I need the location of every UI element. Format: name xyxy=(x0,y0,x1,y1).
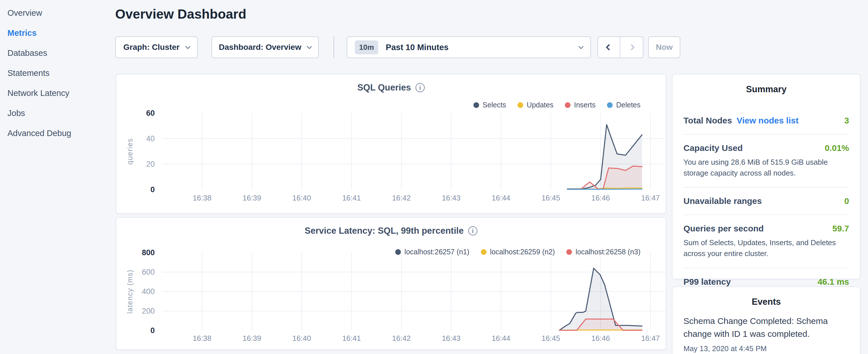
legend-dot-icon xyxy=(481,249,487,255)
summary-row-label: Queries per second xyxy=(683,224,764,233)
event-timestamp: May 13, 2020 at 4:45 PM xyxy=(683,344,849,353)
y-tick-label: 200 xyxy=(142,307,155,315)
x-tick-label: 16:46 xyxy=(591,334,610,343)
x-tick-label: 16:38 xyxy=(193,334,212,343)
service-latency-chart-card: 16:3816:3916:4016:4116:4216:4316:4416:45… xyxy=(116,217,666,350)
summary-row-total-nodes: Total Nodes View nodes list 3 xyxy=(683,107,849,135)
x-tick-label: 16:41 xyxy=(342,194,361,202)
time-step-back-button[interactable] xyxy=(598,37,620,58)
legend-label: localhost:26259 (n2) xyxy=(490,248,555,256)
y-tick-label: 20 xyxy=(146,160,155,168)
legend-item: Deletes xyxy=(607,101,641,109)
x-tick-label: 16:42 xyxy=(392,194,411,202)
series-line xyxy=(567,189,642,189)
legend-item: Inserts xyxy=(565,101,595,109)
sidebar: Overview Metrics Databases Statements Ne… xyxy=(0,0,112,354)
graph-dropdown[interactable]: Graph: Cluster xyxy=(115,36,198,58)
summary-row-capacity-used: Capacity Used 0.01% You are using 28.6 M… xyxy=(683,135,849,188)
legend-item: Updates xyxy=(518,101,553,109)
time-range-badge: 10m xyxy=(355,40,378,55)
legend-dot-icon xyxy=(607,102,613,108)
y-tick-label: 60 xyxy=(146,109,155,118)
y-tick-label: 400 xyxy=(142,287,155,296)
sidebar-item-advanced-debug[interactable]: Advanced Debug xyxy=(0,123,112,143)
legend-item: localhost:26259 (n2) xyxy=(481,248,555,256)
legend-label: localhost:26257 (n1) xyxy=(404,248,469,256)
sidebar-item-statements[interactable]: Statements xyxy=(0,63,112,83)
chart-legend: SelectsUpdatesInsertsDeletes xyxy=(473,101,641,109)
x-tick-label: 16:40 xyxy=(292,334,311,343)
legend-dot-icon xyxy=(473,102,479,108)
now-button[interactable]: Now xyxy=(648,36,680,58)
sql-queries-chart[interactable]: 16:3816:3916:4016:4116:4216:4316:4416:45… xyxy=(116,74,667,214)
chart-title: Service Latency: SQL, 99th percentile xyxy=(305,226,464,236)
time-step-forward-button[interactable] xyxy=(620,37,643,58)
events-panel: Events Schema Change Completed: Schema c… xyxy=(672,286,861,354)
sidebar-item-overview[interactable]: Overview xyxy=(0,3,112,23)
chevron-down-icon xyxy=(307,44,312,49)
app-root: Overview Metrics Databases Statements Ne… xyxy=(0,0,868,354)
dashboard-dropdown[interactable]: Dashboard: Overview xyxy=(212,36,319,58)
legend-item: Selects xyxy=(473,101,506,109)
view-nodes-list-link[interactable]: View nodes list xyxy=(737,116,798,125)
time-range-selector[interactable]: 10m Past 10 Minutes xyxy=(347,36,591,58)
summary-row-value: 46.1 ms xyxy=(817,277,849,287)
y-tick-label: 40 xyxy=(146,134,155,143)
x-tick-label: 16:46 xyxy=(591,194,610,202)
x-tick-label: 16:39 xyxy=(242,334,261,343)
x-tick-label: 16:39 xyxy=(242,194,261,202)
summary-row-label: P99 latency xyxy=(683,277,731,287)
sql-queries-chart-card: 16:3816:3916:4016:4116:4216:4316:4416:45… xyxy=(116,74,666,214)
sidebar-item-network-latency[interactable]: Network Latency xyxy=(0,83,112,103)
y-axis-label: latency (ms) xyxy=(126,269,134,314)
time-step-buttons xyxy=(597,36,643,58)
legend-label: Updates xyxy=(527,101,553,109)
event-text: Schema Change Completed: Schema change w… xyxy=(683,315,849,340)
legend-dot-icon xyxy=(518,102,523,108)
sidebar-item-jobs[interactable]: Jobs xyxy=(0,103,112,123)
summary-row-label: Unavailable ranges xyxy=(683,196,762,206)
chart-title: SQL Queries xyxy=(358,83,411,93)
legend-item: localhost:26257 (n1) xyxy=(395,248,469,256)
x-tick-label: 16:41 xyxy=(342,334,361,343)
event-item[interactable]: Schema Change Completed: Schema change w… xyxy=(673,307,860,353)
summary-row-description: You are using 28.6 MiB of 515.9 GiB usab… xyxy=(683,157,849,179)
x-tick-label: 16:43 xyxy=(442,334,461,343)
x-tick-label: 16:47 xyxy=(641,194,660,202)
service-latency-chart[interactable]: 16:3816:3916:4016:4116:4216:4316:4416:45… xyxy=(116,218,667,351)
x-tick-label: 16:44 xyxy=(492,334,510,343)
summary-row-unavailable-ranges: Unavailable ranges 0 xyxy=(683,188,849,215)
legend-label: localhost:26258 (n3) xyxy=(576,248,641,256)
x-tick-label: 16:47 xyxy=(641,334,660,343)
chevron-right-icon xyxy=(628,44,635,51)
info-icon[interactable]: i xyxy=(468,226,477,235)
summary-row-value: 59.7 xyxy=(833,224,849,233)
y-tick-label: 0 xyxy=(150,185,155,194)
legend-label: Selects xyxy=(483,101,506,109)
chevron-left-icon xyxy=(606,44,612,51)
summary-rows: Total Nodes View nodes list 3 Capacity U… xyxy=(673,95,860,295)
events-title: Events xyxy=(673,287,860,307)
info-icon[interactable]: i xyxy=(415,83,425,92)
legend-dot-icon xyxy=(395,249,401,255)
time-range-label: Past 10 Minutes xyxy=(386,43,572,52)
x-tick-label: 16:38 xyxy=(193,194,212,202)
summary-row-queries-per-second: Queries per second 59.7 Sum of Selects, … xyxy=(683,215,849,268)
chevron-down-icon xyxy=(578,44,584,49)
legend-dot-icon xyxy=(565,102,570,108)
legend-label: Deletes xyxy=(616,101,641,109)
graph-dropdown-label: Graph: Cluster xyxy=(123,43,179,52)
summary-row-value: 3 xyxy=(844,116,849,125)
sidebar-item-metrics[interactable]: Metrics xyxy=(0,23,112,43)
x-tick-label: 16:42 xyxy=(392,334,411,343)
y-tick-label: 600 xyxy=(142,268,155,277)
x-tick-label: 16:44 xyxy=(492,194,510,202)
sidebar-item-databases[interactable]: Databases xyxy=(0,43,112,63)
legend-dot-icon xyxy=(566,249,572,255)
dashboard-dropdown-label: Dashboard: Overview xyxy=(219,43,302,52)
page-title: Overview Dashboard xyxy=(115,6,246,22)
summary-row-description: Sum of Selects, Updates, Inserts, and De… xyxy=(683,237,849,259)
x-tick-label: 16:40 xyxy=(292,194,311,202)
x-tick-label: 16:43 xyxy=(442,194,461,202)
x-tick-label: 16:45 xyxy=(541,334,560,343)
